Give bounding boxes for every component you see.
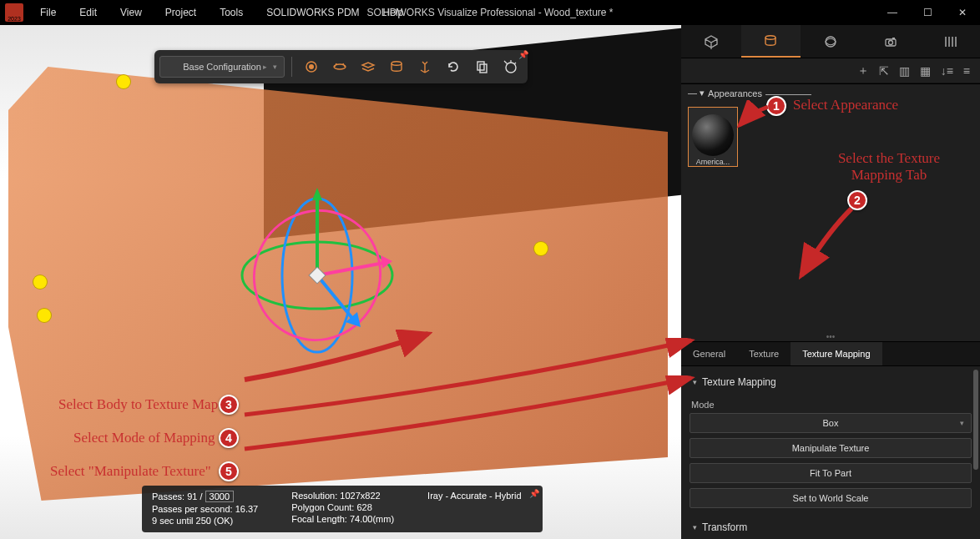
render-status-bar: Passes: 91 / 3000 Passes per second: 16.… [142, 486, 543, 532]
annotation-2-text: Select the Texture Mapping Tab [826, 150, 952, 184]
annotation-3-text: Select Body to Texture Map [58, 396, 218, 413]
menu-tools[interactable]: Tools [208, 2, 255, 23]
group-texture-mapping[interactable]: Texture Mapping [690, 371, 972, 395]
annotation-4-text: Select Mode of Mapping [73, 430, 215, 446]
panel-toolbar: ＋ ⇱ ▥ ▦ ↓≡ ≡ [681, 58, 980, 83]
tab-cameras-icon[interactable] [861, 25, 921, 58]
tab-appearances-icon[interactable] [741, 25, 801, 58]
appearance-preview-sphere [692, 114, 734, 156]
minimize-button[interactable]: — [875, 0, 910, 25]
status-resolution: Resolution: 1027x822 [291, 491, 394, 501]
scrollbar[interactable] [973, 366, 978, 540]
export-icon[interactable]: ⇱ [879, 64, 889, 78]
manipulate-texture-button[interactable]: Manipulate Texture [690, 438, 972, 458]
svg-point-16 [765, 35, 775, 38]
status-engine: Iray - Accurate - Hybrid [427, 491, 521, 501]
maximize-button[interactable]: ☐ [910, 0, 945, 25]
mode-dropdown[interactable]: Box [690, 413, 972, 433]
annotation-5-badge: 5 [219, 461, 239, 481]
svg-point-19 [888, 40, 892, 44]
tab-library-icon[interactable] [920, 25, 980, 58]
appearance-thumbnail[interactable]: America... [688, 107, 738, 167]
refresh-icon[interactable] [441, 54, 466, 79]
tab-models-icon[interactable] [681, 25, 741, 58]
window-controls: — ☐ ✕ [875, 0, 980, 25]
annotation-1-text: Select Appearance [793, 97, 898, 113]
svg-rect-3 [477, 62, 484, 70]
passes-per-second: Passes per second: 16.37 [152, 504, 258, 514]
subtab-texture-mapping[interactable]: Texture Mapping [791, 342, 881, 365]
pin-icon[interactable]: 📌 [518, 48, 529, 60]
svg-rect-4 [480, 64, 487, 73]
bbox-handle[interactable] [38, 309, 51, 322]
menu-project[interactable]: Project [154, 2, 208, 23]
annotation-4-badge: 4 [219, 428, 239, 448]
annotation-3-badge: 3 [219, 395, 239, 415]
menu-file[interactable]: File [28, 2, 68, 23]
cylinder-icon[interactable] [384, 54, 409, 79]
passes-label: Passes: 91 / [152, 491, 203, 501]
property-subtabs: General Texture Texture Mapping [681, 341, 980, 366]
texture-mapping-properties: Texture Mapping Mode Box Manipulate Text… [681, 366, 980, 540]
filter-icon[interactable]: ≡ [963, 64, 970, 78]
subtab-texture[interactable]: Texture [737, 342, 791, 365]
mode-label: Mode [691, 400, 972, 410]
render-viewport[interactable]: Base Configuration 📌 Passes: 91 / [0, 25, 681, 539]
sort-icon[interactable]: ↓≡ [941, 64, 953, 78]
bbox-handle[interactable] [33, 275, 47, 289]
bbox-handle[interactable] [117, 75, 130, 88]
copy-icon[interactable] [469, 54, 494, 79]
passes-eta: 9 sec until 250 (OK) [152, 516, 258, 526]
app-logo: 2023 [5, 3, 23, 22]
menu-help[interactable]: Help [371, 2, 416, 23]
svg-point-1 [309, 64, 314, 69]
record-icon[interactable] [299, 54, 324, 79]
add-icon[interactable]: ＋ [857, 63, 869, 78]
layout-icon[interactable]: ▥ [899, 64, 910, 78]
menu-view[interactable]: View [109, 2, 154, 23]
axis-icon[interactable] [412, 54, 437, 79]
bbox-handle[interactable] [534, 242, 548, 255]
pin-icon[interactable]: 📌 [529, 489, 539, 498]
menu-pdm[interactable]: SOLIDWORKS PDM [255, 2, 371, 23]
menu-edit[interactable]: Edit [68, 2, 109, 23]
grid-icon[interactable]: ▦ [920, 64, 931, 78]
set-world-scale-button[interactable]: Set to World Scale [690, 488, 972, 508]
appearance-name: America... [696, 158, 730, 166]
annotation-2-badge: 2 [847, 190, 867, 210]
status-polygons: Polygon Count: 628 [291, 502, 394, 512]
viewport-toolbar: Base Configuration 📌 [154, 50, 528, 83]
panel-category-tabs [681, 25, 980, 58]
fit-to-part-button[interactable]: Fit To Part [690, 463, 972, 483]
annotation-5-text: Select "Manipulate Texture" [50, 463, 211, 480]
configuration-dropdown[interactable]: Base Configuration [159, 56, 285, 78]
turntable-icon[interactable] [327, 54, 352, 79]
status-focal: Focal Length: 74.00(mm) [291, 514, 394, 524]
passes-total: 3000 [205, 491, 234, 502]
annotation-1-badge: 1 [766, 96, 786, 116]
group-transform[interactable]: Transform [690, 516, 972, 540]
layers-icon[interactable] [356, 54, 381, 79]
svg-rect-20 [892, 38, 895, 39]
close-button[interactable]: ✕ [945, 0, 980, 25]
tab-scenes-icon[interactable] [801, 25, 861, 58]
title-bar: 2023 File Edit View Project Tools SOLIDW… [0, 0, 980, 25]
svg-point-2 [391, 62, 402, 65]
menu-bar: File Edit View Project Tools SOLIDWORKS … [28, 2, 415, 23]
subtab-general[interactable]: General [681, 342, 737, 365]
